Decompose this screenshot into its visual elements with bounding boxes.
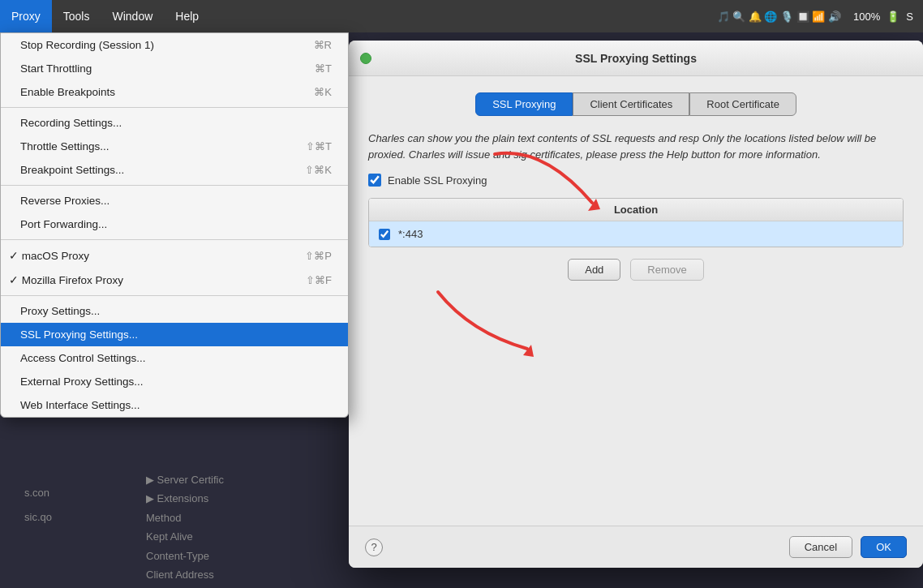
menu-tools[interactable]: Tools	[52, 0, 101, 32]
tab-ssl-proxying[interactable]: SSL Proxying	[475, 92, 573, 116]
menu-item-label: External Proxy Settings...	[20, 376, 144, 388]
menu-item-label: Reverse Proxies...	[20, 195, 109, 207]
menu-item[interactable]: Reverse Proxies...	[1, 189, 348, 212]
menu-item-label: Web Interface Settings...	[20, 399, 140, 411]
row-host: *:443	[398, 228, 423, 240]
dialog-footer: ? Cancel OK	[349, 526, 923, 568]
menu-item-shortcut: ⌘K	[314, 86, 332, 98]
menu-item[interactable]: Stop Recording (Session 1)⌘R	[1, 33, 348, 57]
menu-item[interactable]: Access Control Settings...	[1, 346, 348, 370]
menu-item-label: ✓ macOS Proxy	[9, 249, 89, 262]
menu-separator	[1, 295, 348, 296]
menu-item-label: Throttle Settings...	[20, 140, 109, 152]
menu-item-shortcut: ⇧⌘F	[306, 274, 332, 286]
menu-item[interactable]: ✓ Mozilla Firefox Proxy⇧⌘F	[1, 268, 348, 292]
tab-bar: SSL ProxyingClient CertificatesRoot Cert…	[368, 92, 904, 116]
buttons-row: Add Remove	[368, 259, 904, 281]
menu-item-label: Port Forwarding...	[20, 218, 107, 230]
dialog-content: SSL ProxyingClient CertificatesRoot Cert…	[349, 76, 923, 297]
enable-ssl-row: Enable SSL Proxying	[368, 174, 904, 187]
menu-item-label: Access Control Settings...	[20, 352, 146, 364]
dialog-titlebar: SSL Proxying Settings	[349, 41, 923, 76]
menu-item-shortcut: ⇧⌘P	[305, 250, 332, 262]
menu-item[interactable]: External Proxy Settings...	[1, 370, 348, 393]
table-header: Location	[369, 199, 903, 221]
menu-item-shortcut: ⇧⌘K	[305, 164, 332, 176]
traffic-light-green[interactable]	[360, 53, 371, 64]
menu-item-shortcut: ⇧⌘T	[306, 140, 332, 152]
menu-help[interactable]: Help	[164, 0, 210, 32]
menu-separator	[1, 185, 348, 186]
menu-item[interactable]: Throttle Settings...⇧⌘T	[1, 135, 348, 158]
menu-item-label: Enable Breakpoints	[20, 86, 115, 98]
bg-list-item: Method	[146, 509, 224, 527]
proxy-dropdown-menu: Stop Recording (Session 1)⌘RStart Thrott…	[0, 32, 349, 418]
bg-list-item: ▶ Extensions	[146, 489, 224, 508]
menu-item-label: Stop Recording (Session 1)	[20, 39, 154, 51]
bg-list: ▶ Server Certific ▶ Extensions Method Ke…	[146, 470, 224, 584]
menu-item[interactable]: Enable Breakpoints⌘K	[1, 80, 348, 104]
menu-item-label: SSL Proxying Settings...	[20, 328, 138, 341]
menu-item[interactable]: ✓ macOS Proxy⇧⌘P	[1, 243, 348, 268]
menu-separator	[1, 107, 348, 108]
menu-item[interactable]: SSL Proxying Settings...	[1, 323, 348, 346]
menu-item-label: Breakpoint Settings...	[20, 164, 124, 176]
menu-item-shortcut: ⌘T	[315, 62, 332, 75]
bg-url-1: s.con	[24, 487, 49, 499]
help-button[interactable]: ?	[365, 539, 383, 556]
bg-list-item: ▶ Server Certific	[146, 470, 224, 489]
menu-item[interactable]: Breakpoint Settings...⇧⌘K	[1, 158, 348, 182]
menu-window[interactable]: Window	[101, 0, 164, 32]
menu-item[interactable]: Web Interface Settings...	[1, 393, 348, 417]
ok-button[interactable]: OK	[861, 536, 907, 558]
enable-ssl-checkbox[interactable]	[368, 174, 381, 187]
location-table: Location *:443	[368, 198, 904, 247]
enable-ssl-label[interactable]: Enable SSL Proxying	[388, 174, 487, 187]
description-text: Charles can show you the plain text cont…	[368, 131, 904, 162]
menu-item[interactable]: Proxy Settings...	[1, 299, 348, 323]
menu-item-label: ✓ Mozilla Firefox Proxy	[9, 273, 123, 286]
bg-list-item: Kept Alive	[146, 527, 224, 546]
tab-root-certificate[interactable]: Root Certificate	[689, 92, 796, 116]
menu-item[interactable]: Start Throttling⌘T	[1, 57, 348, 80]
menu-item-label: Recording Settings...	[20, 117, 122, 129]
cancel-button[interactable]: Cancel	[789, 536, 852, 558]
dialog-title: SSL Proxying Settings	[575, 52, 697, 65]
add-button[interactable]: Add	[568, 259, 620, 281]
tab-client-certificates[interactable]: Client Certificates	[573, 92, 689, 116]
bg-url-2: sic.qo	[24, 511, 52, 523]
menubar: Proxy Tools Window Help 🎵 🔍 🔔 🌐 🎙️ 🔲 📶 🔊…	[0, 0, 923, 32]
remove-button[interactable]: Remove	[630, 259, 703, 281]
menu-item[interactable]: Recording Settings...	[1, 111, 348, 135]
table-row[interactable]: *:443	[369, 221, 903, 247]
menu-item-shortcut: ⌘R	[314, 39, 332, 51]
ssl-proxying-dialog: SSL Proxying Settings SSL ProxyingClient…	[349, 41, 923, 568]
menu-item-label: Proxy Settings...	[20, 305, 100, 317]
menu-proxy[interactable]: Proxy	[0, 0, 52, 32]
bg-list-item: Client Address	[146, 565, 224, 584]
menu-separator	[1, 239, 348, 240]
menu-item[interactable]: Port Forwarding...	[1, 212, 348, 236]
row-checkbox[interactable]	[379, 229, 390, 240]
menubar-right: 🎵 🔍 🔔 🌐 🎙️ 🔲 📶 🔊 100% 🔋 S	[717, 11, 923, 23]
menu-item-label: Start Throttling	[20, 62, 92, 75]
bg-list-item: Content-Type	[146, 547, 224, 565]
